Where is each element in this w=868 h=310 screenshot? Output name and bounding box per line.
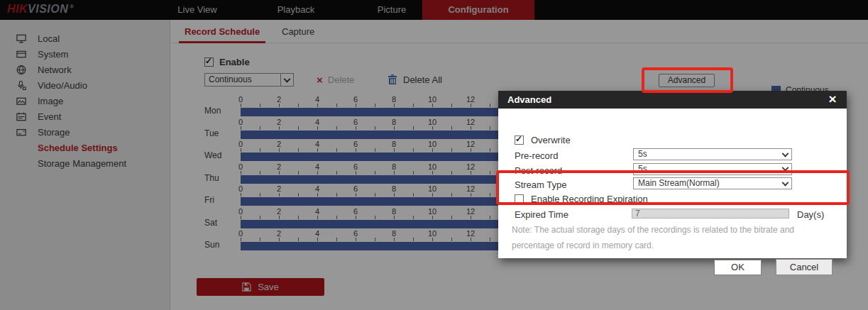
pre-record-select[interactable]: 5s xyxy=(633,148,792,160)
chevron-down-icon xyxy=(782,165,789,172)
post-record-label: Post-record xyxy=(515,165,562,176)
overwrite-row: ✓ Overwrite xyxy=(515,135,571,145)
close-icon[interactable]: × xyxy=(824,91,841,109)
dialog-note-line2: percentage of record in memory card. xyxy=(512,240,654,250)
chevron-down-icon xyxy=(782,150,789,157)
dialog-title: Advanced xyxy=(507,94,551,105)
ok-button[interactable]: OK xyxy=(714,260,762,275)
post-record-value: 5s xyxy=(638,164,647,175)
hikvision-config-page: HIKVISION® Live View Playback Picture Co… xyxy=(0,0,868,310)
chevron-down-icon xyxy=(782,179,789,186)
check-icon: ✓ xyxy=(515,135,522,144)
enable-recording-expiration-checkbox[interactable] xyxy=(515,194,524,204)
pre-record-label: Pre-record xyxy=(515,150,558,161)
expired-time-label: Expired Time xyxy=(515,209,568,220)
pre-record-value: 5s xyxy=(638,149,647,160)
expired-time-input[interactable] xyxy=(632,209,789,218)
expired-time-unit: Day(s) xyxy=(797,209,824,220)
stream-type-select[interactable]: Main Stream(Normal) xyxy=(633,177,792,189)
stream-type-value: Main Stream(Normal) xyxy=(638,178,720,189)
cancel-button[interactable]: Cancel xyxy=(776,259,833,275)
enable-recording-expiration-label: Enable Recording Expiration xyxy=(531,194,648,204)
dialog-note-line1: Note: The actual storage days of the rec… xyxy=(512,225,794,235)
dialog-titlebar: Advanced × xyxy=(498,91,847,109)
post-record-select[interactable]: 5s xyxy=(633,163,792,175)
advanced-dialog: Advanced × ✓ Overwrite Pre-record5sPost-… xyxy=(498,91,847,258)
dialog-body: ✓ Overwrite Pre-record5sPost-record5sStr… xyxy=(498,109,847,258)
recording-expiration-row: Enable Recording Expiration xyxy=(515,194,648,204)
overwrite-label: Overwrite xyxy=(531,135,571,145)
overwrite-checkbox[interactable]: ✓ xyxy=(515,135,524,145)
stream-type-label: Stream Type xyxy=(515,179,566,190)
